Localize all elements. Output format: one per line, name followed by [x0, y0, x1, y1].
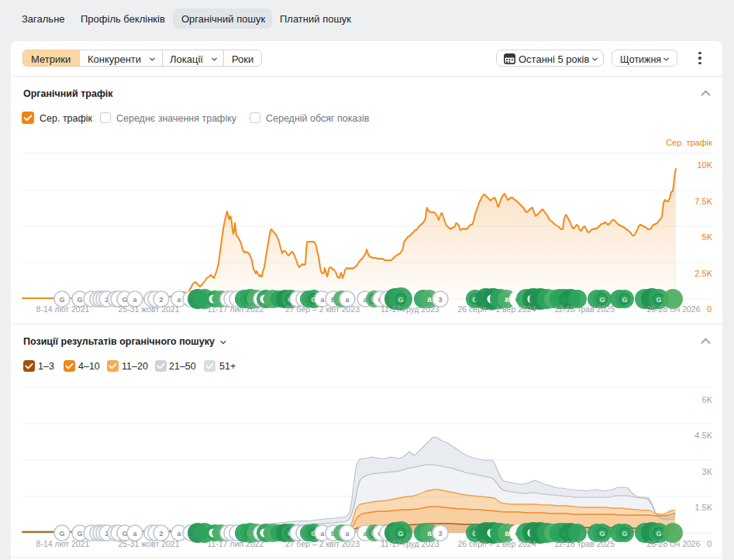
- svg-text:6K: 6K: [702, 395, 713, 404]
- svg-text:G: G: [656, 530, 661, 538]
- svg-text:2: 2: [159, 296, 163, 304]
- svg-text:8-14 лют 2021: 8-14 лют 2021: [36, 539, 90, 548]
- svg-text:27 бер – 2 квіт 2023: 27 бер – 2 квіт 2023: [285, 539, 360, 548]
- svg-text:26 серп – 1 вер 2024: 26 серп – 1 вер 2024: [457, 539, 536, 548]
- svg-text:10K: 10K: [697, 160, 712, 170]
- svg-text:a: a: [505, 295, 509, 304]
- svg-text:a: a: [427, 529, 432, 538]
- svg-text:8-14 лют 2021: 8-14 лют 2021: [36, 304, 90, 314]
- svg-text:G: G: [656, 296, 661, 304]
- svg-text:a: a: [505, 529, 509, 538]
- svg-text:G: G: [59, 296, 64, 304]
- svg-text:25-31 жовт 2021: 25-31 жовт 2021: [118, 304, 179, 314]
- svg-text:27 бер – 2 квіт 2023: 27 бер – 2 квіт 2023: [285, 304, 360, 314]
- svg-text:11-17 лип 2022: 11-17 лип 2022: [208, 539, 264, 548]
- svg-text:G: G: [59, 530, 64, 538]
- svg-text:12-18 трав 2025: 12-18 трав 2025: [554, 304, 615, 314]
- svg-text:2.5K: 2.5K: [694, 269, 712, 278]
- svg-text:G: G: [622, 296, 627, 304]
- svg-text:G: G: [77, 530, 82, 538]
- svg-text:G: G: [599, 530, 605, 538]
- svg-text:3K: 3K: [702, 467, 713, 476]
- svg-text:3: 3: [438, 530, 442, 538]
- svg-text:G: G: [398, 530, 403, 538]
- svg-text:a: a: [427, 295, 432, 304]
- svg-text:12-18 трав 2025: 12-18 трав 2025: [554, 539, 615, 548]
- svg-text:11-17 груд 2023: 11-17 груд 2023: [381, 304, 439, 314]
- svg-text:4.5K: 4.5K: [694, 431, 712, 440]
- svg-text:3: 3: [438, 296, 442, 304]
- svg-text:11-17 груд 2023: 11-17 груд 2023: [381, 539, 439, 548]
- svg-text:5K: 5K: [702, 232, 713, 242]
- svg-text:Сер. трафік: Сер. трафік: [666, 138, 712, 147]
- svg-text:G: G: [77, 296, 82, 304]
- svg-text:11-17 лип 2022: 11-17 лип 2022: [208, 304, 264, 314]
- svg-text:26-28 січ 2026: 26-28 січ 2026: [646, 539, 700, 548]
- svg-text:26 серп – 1 вер 2024: 26 серп – 1 вер 2024: [457, 304, 536, 314]
- svg-text:0: 0: [707, 304, 712, 314]
- svg-text:25-31 жовт 2021: 25-31 жовт 2021: [118, 539, 179, 548]
- svg-text:2: 2: [159, 530, 163, 538]
- svg-text:G: G: [599, 296, 605, 304]
- svg-text:7.5K: 7.5K: [694, 197, 712, 206]
- svg-text:G: G: [622, 530, 627, 538]
- svg-text:1.5K: 1.5K: [694, 503, 712, 512]
- svg-text:26-28 січ 2026: 26-28 січ 2026: [646, 304, 700, 314]
- svg-text:G: G: [398, 296, 403, 304]
- svg-text:0: 0: [707, 539, 712, 548]
